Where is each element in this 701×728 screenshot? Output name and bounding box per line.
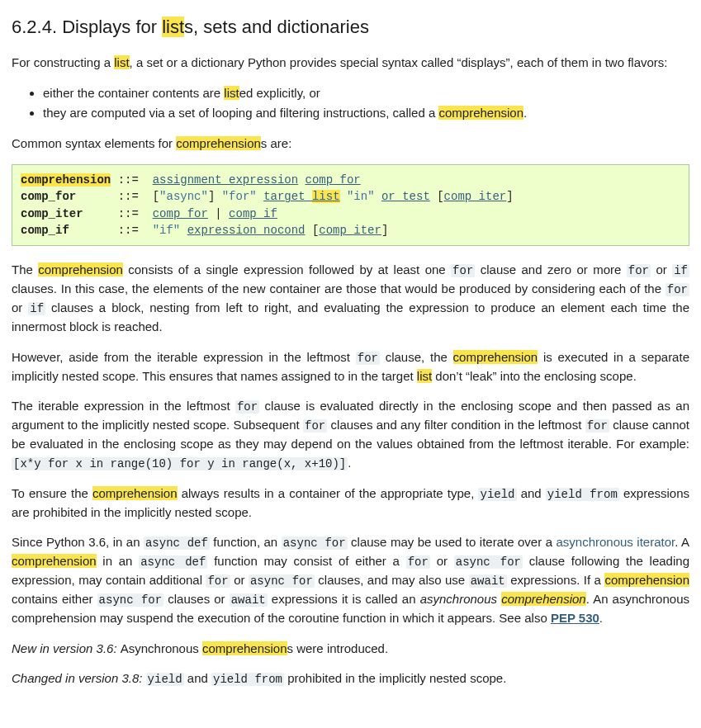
search-highlight: comprehension: [92, 486, 178, 500]
search-highlight: comprehension: [604, 573, 689, 587]
search-highlight: list: [114, 55, 129, 69]
search-highlight: list: [417, 369, 432, 383]
scope-paragraph: However, aside from the iterable express…: [12, 348, 689, 386]
grammar-link[interactable]: comp_for: [306, 173, 361, 187]
asynchronous-iterator-link[interactable]: asynchronous iterator: [556, 535, 675, 549]
example-code: [x*y for x in range(10) for y in range(x…: [12, 457, 348, 470]
grammar-link[interactable]: or_test: [381, 190, 430, 203]
grammar-link[interactable]: assignment_expression: [153, 173, 298, 187]
search-highlight: comprehension: [501, 592, 586, 606]
intro-paragraph: For constructing a list, a set or a dict…: [12, 54, 689, 73]
section-heading: 6.2.4. Displays for lists, sets and dict…: [12, 13, 689, 40]
grammar-link[interactable]: comp_for: [153, 207, 208, 220]
search-highlight: list: [312, 190, 340, 203]
syntax-intro: Common syntax elements for comprehension…: [12, 135, 689, 154]
comprehension-explain-paragraph: The comprehension consists of a single e…: [12, 261, 689, 337]
grammar-link[interactable]: comp_iter: [319, 224, 381, 237]
flavors-list: either the container contents are listed…: [12, 84, 689, 123]
grammar-link[interactable]: comp_if: [229, 207, 277, 220]
iterable-paragraph: The iterable expression in the leftmost …: [12, 397, 689, 473]
search-highlight: comprehension: [453, 350, 538, 364]
grammar-link[interactable]: comp_iter: [444, 190, 507, 203]
pep-530-link[interactable]: PEP 530: [551, 611, 599, 625]
search-highlight: list: [224, 86, 239, 100]
yield-paragraph: To ensure the comprehension always resul…: [12, 485, 689, 522]
search-highlight: comprehension: [21, 173, 111, 187]
async-paragraph: Since Python 3.6, in an async def functi…: [12, 533, 689, 628]
grammar-block: comprehension ::= assignment_expression …: [12, 164, 689, 246]
version-changed-3-8: Changed in version 3.8: yield and yield …: [12, 669, 689, 688]
grammar-link[interactable]: target_list: [263, 190, 339, 203]
search-highlight: list: [162, 17, 184, 37]
search-highlight: comprehension: [438, 106, 523, 120]
search-highlight: comprehension: [38, 262, 123, 277]
version-added-3-6: New in version 3.6: Asynchronous compreh…: [12, 640, 689, 659]
search-highlight: comprehension: [202, 641, 287, 655]
search-highlight: comprehension: [176, 136, 261, 150]
search-highlight: comprehension: [12, 554, 97, 568]
list-item: either the container contents are listed…: [43, 84, 689, 103]
grammar-link[interactable]: expression_nocond: [187, 224, 306, 237]
list-item: they are computed via a set of looping a…: [43, 104, 689, 123]
